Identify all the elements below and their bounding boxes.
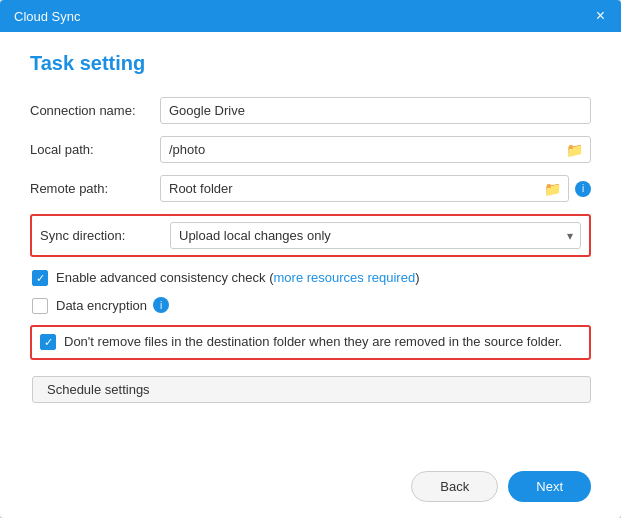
task-setting-form: Connection name: Local path: 📁 Remote pa… [30, 97, 591, 445]
content-area: Task setting Connection name: Local path… [0, 32, 621, 461]
remote-path-info-icon[interactable]: i [575, 181, 591, 197]
advanced-check-row: ✓ Enable advanced consistency check (mor… [30, 269, 591, 287]
local-path-row: Local path: 📁 [30, 136, 591, 163]
check-icon: ✓ [36, 273, 45, 284]
local-path-label: Local path: [30, 142, 160, 157]
folder-icon[interactable]: 📁 [566, 142, 583, 158]
local-path-input[interactable] [160, 136, 591, 163]
data-encryption-checkbox[interactable] [32, 298, 48, 314]
data-encryption-row: Data encryption i [30, 297, 591, 315]
sync-direction-select[interactable]: Upload local changes only Download remot… [170, 222, 581, 249]
sync-direction-label: Sync direction: [40, 228, 170, 243]
close-button[interactable]: × [594, 8, 607, 24]
connection-name-input[interactable] [160, 97, 591, 124]
data-encryption-label: Data encryption [56, 297, 147, 315]
page-title: Task setting [30, 52, 591, 75]
connection-name-row: Connection name: [30, 97, 591, 124]
dont-remove-label: Don't remove files in the destination fo… [64, 333, 562, 351]
connection-name-input-wrap [160, 97, 591, 124]
dont-remove-checkbox[interactable]: ✓ [40, 334, 56, 350]
connection-name-label: Connection name: [30, 103, 160, 118]
next-button[interactable]: Next [508, 471, 591, 502]
sync-direction-select-wrap: Upload local changes only Download remot… [170, 222, 581, 249]
advanced-check-label: Enable advanced consistency check (more … [56, 269, 419, 287]
remote-path-row: Remote path: 📁 i [30, 175, 591, 202]
title-bar: Cloud Sync × [0, 0, 621, 32]
dont-remove-check-icon: ✓ [44, 337, 53, 348]
sync-direction-row: Sync direction: Upload local changes onl… [30, 214, 591, 257]
footer: Back Next [0, 461, 621, 518]
remote-path-input-wrap: 📁 [160, 175, 569, 202]
local-path-input-wrap: 📁 [160, 136, 591, 163]
advanced-check-link: more resources required [274, 270, 416, 285]
schedule-settings-button[interactable]: Schedule settings [32, 376, 591, 403]
window-title: Cloud Sync [14, 9, 80, 24]
data-encryption-info-icon[interactable]: i [153, 297, 169, 313]
back-button[interactable]: Back [411, 471, 498, 502]
advanced-check-checkbox[interactable]: ✓ [32, 270, 48, 286]
remote-folder-icon[interactable]: 📁 [544, 181, 561, 197]
remote-path-input[interactable] [160, 175, 569, 202]
cloud-sync-window: Cloud Sync × Task setting Connection nam… [0, 0, 621, 518]
remote-path-label: Remote path: [30, 181, 160, 196]
dont-remove-row: ✓ Don't remove files in the destination … [30, 325, 591, 359]
